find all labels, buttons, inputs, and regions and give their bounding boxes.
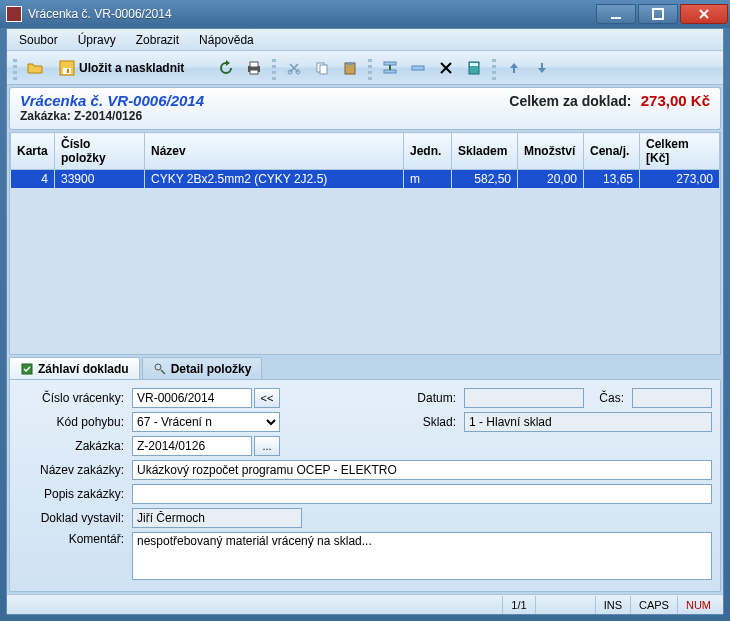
cell-qty: 20,00 xyxy=(518,170,584,189)
insert-row-button[interactable] xyxy=(377,55,403,81)
lbl-store: Sklad: xyxy=(410,415,460,429)
time-field[interactable] xyxy=(632,388,712,408)
copy-icon xyxy=(314,60,330,76)
svg-rect-18 xyxy=(470,63,478,66)
doc-total-label: Celkem za doklad: xyxy=(509,93,631,109)
detail-tab-icon xyxy=(153,362,167,376)
calculator-icon xyxy=(466,60,482,76)
minimize-button[interactable] xyxy=(596,4,636,24)
order-pick-button[interactable]: ... xyxy=(254,436,280,456)
tab-header[interactable]: Záhlaví dokladu xyxy=(9,357,140,379)
svg-rect-16 xyxy=(412,66,424,70)
cell-stock: 582,50 xyxy=(452,170,518,189)
menu-napoveda[interactable]: Nápověda xyxy=(189,30,264,50)
order-desc-field[interactable] xyxy=(132,484,712,504)
status-page: 1/1 xyxy=(502,596,534,614)
comment-field[interactable] xyxy=(132,532,712,580)
delete-row-button[interactable] xyxy=(405,55,431,81)
header-tab-icon xyxy=(20,362,34,376)
issued-by-field[interactable] xyxy=(132,508,302,528)
svg-rect-11 xyxy=(320,65,327,74)
col-stock[interactable]: Skladem xyxy=(452,133,518,170)
doc-total-value: 273,00 Kč xyxy=(641,92,710,109)
doc-title: Vrácenka č. VR-0006/2014 xyxy=(20,92,204,109)
tab-detail[interactable]: Detail položky xyxy=(142,357,263,379)
col-total[interactable]: Celkem [Kč] xyxy=(640,133,720,170)
cell-name: CYKY 2Bx2.5mm2 (CYKY 2J2.5) xyxy=(145,170,404,189)
col-unit[interactable]: Jedn. xyxy=(404,133,452,170)
paste-icon xyxy=(342,60,358,76)
refresh-icon xyxy=(218,60,234,76)
lbl-issued-by: Doklad vystavil: xyxy=(18,511,128,525)
printer-icon xyxy=(246,60,262,76)
status-ins: INS xyxy=(595,596,630,614)
col-card[interactable]: Karta xyxy=(11,133,55,170)
scissors-icon xyxy=(286,60,302,76)
lbl-return-no: Číslo vrácenky: xyxy=(18,391,128,405)
items-grid[interactable]: Karta Číslo položky Název Jedn. Skladem … xyxy=(9,132,721,355)
title-bar[interactable]: Vrácenka č. VR-0006/2014 xyxy=(0,0,730,28)
menu-zobrazit[interactable]: Zobrazit xyxy=(126,30,189,50)
cell-unit: m xyxy=(404,170,452,189)
lbl-move-code: Kód pohybu: xyxy=(18,415,128,429)
menu-upravy[interactable]: Úpravy xyxy=(68,30,126,50)
menu-bar: Soubor Úpravy Zobrazit Nápověda xyxy=(7,29,723,51)
folder-open-icon xyxy=(27,60,43,76)
arrow-down-icon xyxy=(534,60,550,76)
move-up-button[interactable] xyxy=(501,55,527,81)
insert-row-icon xyxy=(382,60,398,76)
refresh-button[interactable] xyxy=(213,55,239,81)
menu-soubor[interactable]: Soubor xyxy=(9,30,68,50)
status-bar: 1/1 INS CAPS NUM xyxy=(7,594,723,614)
remove-button[interactable] xyxy=(433,55,459,81)
store-field[interactable] xyxy=(464,412,712,432)
save-and-stock-button[interactable]: Uložit a naskladnit xyxy=(50,55,193,81)
svg-rect-1 xyxy=(653,9,663,19)
svg-rect-4 xyxy=(67,69,69,73)
window-title: Vrácenka č. VR-0006/2014 xyxy=(28,7,594,21)
copy-button[interactable] xyxy=(309,55,335,81)
maximize-button[interactable] xyxy=(638,4,678,24)
order-name-field[interactable] xyxy=(132,460,712,480)
save-and-stock-label: Uložit a naskladnit xyxy=(79,61,184,75)
col-price[interactable]: Cena/j. xyxy=(584,133,640,170)
tab-header-label: Záhlaví dokladu xyxy=(38,362,129,376)
table-row[interactable]: 4 33900 CYKY 2Bx2.5mm2 (CYKY 2J2.5) m 58… xyxy=(11,170,720,189)
delete-row-icon xyxy=(410,60,426,76)
cell-item-no: 33900 xyxy=(55,170,145,189)
lbl-order-desc: Popis zakázky: xyxy=(18,487,128,501)
return-no-prev-button[interactable]: << xyxy=(254,388,280,408)
cell-price: 13,65 xyxy=(584,170,640,189)
col-item-no[interactable]: Číslo položky xyxy=(55,133,145,170)
form-panel: Číslo vrácenky: << Datum: Čas: Kód pohyb… xyxy=(9,379,721,592)
cut-button[interactable] xyxy=(281,55,307,81)
svg-rect-6 xyxy=(250,62,258,67)
window-frame: Vrácenka č. VR-0006/2014 Soubor Úpravy Z… xyxy=(0,0,730,621)
calculator-button[interactable] xyxy=(461,55,487,81)
svg-rect-14 xyxy=(384,62,396,65)
tab-detail-label: Detail položky xyxy=(171,362,252,376)
open-button[interactable] xyxy=(22,55,48,81)
date-field[interactable] xyxy=(464,388,584,408)
doc-order: Zakázka: Z-2014/0126 xyxy=(20,109,204,123)
lbl-date: Datum: xyxy=(410,391,460,405)
status-caps: CAPS xyxy=(630,596,677,614)
svg-point-20 xyxy=(155,364,161,370)
lbl-order-name: Název zakázky: xyxy=(18,463,128,477)
tabs: Záhlaví dokladu Detail položky xyxy=(9,357,721,379)
save-icon xyxy=(59,60,75,76)
order-field[interactable] xyxy=(132,436,252,456)
svg-rect-13 xyxy=(347,62,353,65)
close-button[interactable] xyxy=(680,4,728,24)
svg-rect-0 xyxy=(611,17,621,19)
print-button[interactable] xyxy=(241,55,267,81)
move-code-select[interactable]: 67 - Vrácení n xyxy=(132,412,280,432)
move-down-button[interactable] xyxy=(529,55,555,81)
col-qty[interactable]: Množství xyxy=(518,133,584,170)
app-icon xyxy=(6,6,22,22)
cross-icon xyxy=(438,60,454,76)
col-name[interactable]: Název xyxy=(145,133,404,170)
return-no-field[interactable] xyxy=(132,388,252,408)
paste-button[interactable] xyxy=(337,55,363,81)
svg-rect-7 xyxy=(250,70,258,74)
